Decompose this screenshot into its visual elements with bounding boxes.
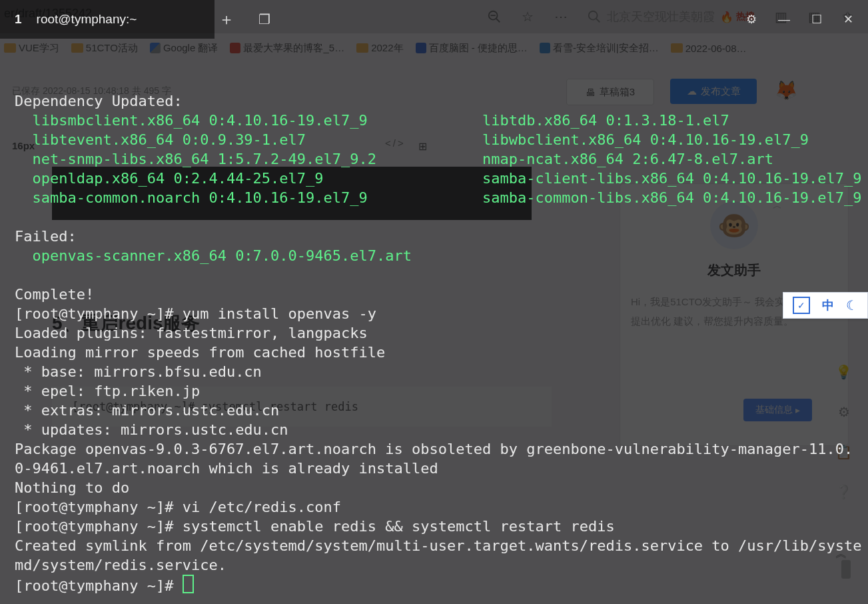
- ime-language-indicator[interactable]: 中: [822, 297, 834, 313]
- terminal-tab-active[interactable]: 1 root@tymphany:~: [0, 0, 215, 39]
- terminal-prompt[interactable]: [root@tymphany ~]#: [15, 575, 853, 595]
- terminal-line: * updates: mirrors.ustc.edu.cn: [15, 420, 853, 439]
- terminal-line: Failed:: [15, 227, 853, 246]
- terminal-tab-title: root@tymphany:~: [37, 12, 137, 27]
- terminal-line: [15, 265, 853, 285]
- terminal-line: * base: mirrors.bfsu.edu.cn: [15, 362, 853, 381]
- ime-check-icon[interactable]: ✓: [793, 297, 810, 314]
- terminal-line: net-snmp-libs.x86_64 1:5.7.2-49.el7_9.2 …: [15, 149, 853, 169]
- terminal-line: openvas-scanner.x86_64 0:7.0.0-9465.el7.…: [15, 246, 853, 265]
- terminal-window[interactable]: 1 root@tymphany:~ ＋ ❐ ⚙ — ☐ ✕ Dependency…: [0, 0, 868, 604]
- terminal-output[interactable]: Dependency Updated: libsmbclient.x86_64 …: [15, 72, 853, 591]
- terminal-titlebar: ＋ ❐ ⚙ — ☐ ✕: [200, 0, 868, 39]
- terminal-line: openldap.x86_64 0:2.4.44-25.el7_9 samba-…: [15, 169, 853, 188]
- terminal-line: Loaded plugins: fastestmirror, langpacks: [15, 323, 853, 343]
- terminal-line: Nothing to do: [15, 478, 853, 497]
- terminal-line: libtevent.x86_64 0:0.9.39-1.el7 libwbcli…: [15, 130, 853, 149]
- ime-moon-icon[interactable]: ☾: [846, 297, 858, 313]
- terminal-line: [root@tymphany ~]# systemctl enable redi…: [15, 517, 853, 536]
- terminal-cursor: [183, 575, 194, 593]
- terminal-line: samba-common.noarch 0:4.10.16-19.el7_9 s…: [15, 188, 853, 207]
- window-layout-icon[interactable]: ❐: [258, 11, 270, 27]
- new-tab-icon[interactable]: ＋: [218, 9, 234, 30]
- terminal-line: [15, 207, 853, 227]
- terminal-line: libsmbclient.x86_64 0:4.10.16-19.el7_9 l…: [15, 111, 853, 130]
- maximize-icon[interactable]: ☐: [811, 12, 822, 27]
- settings-gear-icon[interactable]: ⚙: [746, 12, 757, 27]
- terminal-line: Dependency Updated:: [15, 91, 853, 111]
- terminal-line: * extras: mirrors.ustc.edu.cn: [15, 401, 853, 420]
- ime-floating-bar[interactable]: ✓ 中 ☾: [783, 292, 868, 319]
- terminal-line: [15, 72, 853, 91]
- terminal-line: Complete!: [15, 285, 853, 304]
- terminal-line: Package openvas-9.0.3-6767.el7.art.noarc…: [15, 439, 853, 459]
- terminal-line: md/system/redis.service.: [15, 555, 853, 575]
- terminal-line: [root@tymphany ~]# yum install openvas -…: [15, 304, 853, 323]
- close-icon[interactable]: ✕: [843, 12, 853, 27]
- terminal-tab-index: 1: [15, 12, 22, 27]
- terminal-line: 0-9461.el7.art.noarch which is already i…: [15, 459, 853, 478]
- terminal-line: * epel: ftp.riken.jp: [15, 381, 853, 401]
- minimize-icon[interactable]: —: [778, 13, 790, 27]
- terminal-line: Loading mirror speeds from cached hostfi…: [15, 343, 853, 362]
- terminal-line: Created symlink from /etc/systemd/system…: [15, 536, 853, 555]
- terminal-line: [root@tymphany ~]# vi /etc/redis.conf: [15, 497, 853, 517]
